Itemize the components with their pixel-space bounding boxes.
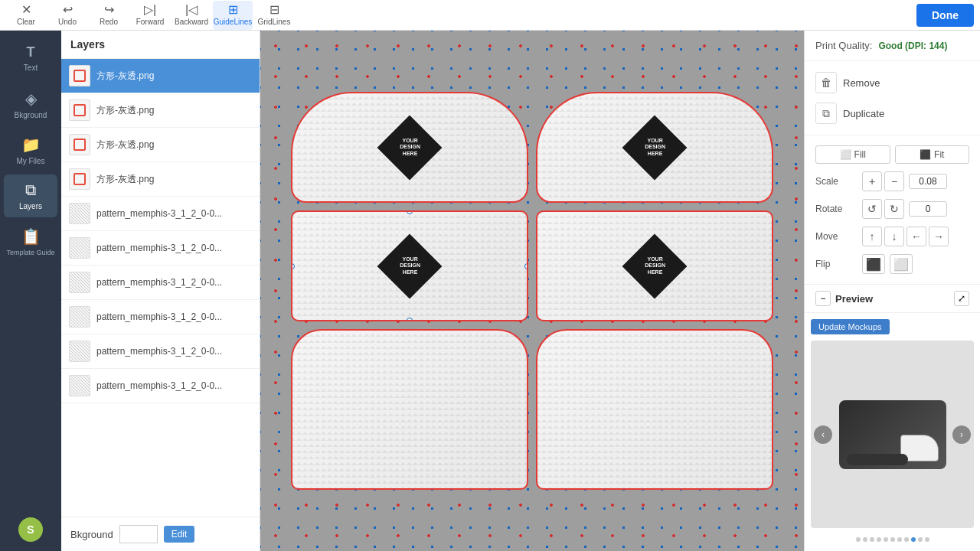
move-left-button[interactable]: ← (906, 227, 926, 246)
myfiles-icon: 📁 (21, 135, 41, 154)
forward-label: Forward (136, 18, 165, 26)
preview-dot[interactable] (904, 537, 909, 542)
layer-name: 方形-灰透.png (96, 139, 252, 152)
forward-icon: ▷| (144, 4, 156, 16)
preview-dot[interactable] (897, 537, 902, 542)
scale-decrease-button[interactable]: − (884, 171, 904, 191)
shoe-mid-left[interactable]: YOURDESIGNHERE (291, 210, 528, 321)
sidebar-item-text[interactable]: T Text (4, 37, 57, 80)
layer-item[interactable]: 方形-灰透.png (61, 128, 260, 162)
layer-thumb-pattern (70, 238, 90, 258)
layer-name: 方形-灰透.png (96, 104, 252, 117)
undo-button[interactable]: ↩ Undo (47, 1, 87, 30)
move-label: Move (815, 231, 858, 242)
layers-title: Layers (70, 38, 105, 51)
undo-icon: ↩ (63, 4, 73, 16)
bkground-icon: ◈ (25, 90, 37, 108)
flip-vertical-button[interactable]: ⬜ (890, 254, 913, 274)
fill-icon: ⬜ (840, 149, 851, 160)
sidebar-layers-label: Layers (19, 202, 42, 210)
shoe-mid-right[interactable]: YOURDESIGNHERE (536, 210, 773, 321)
preview-dot[interactable] (877, 537, 881, 542)
rotate-ccw-button[interactable]: ↺ (862, 199, 882, 219)
preview-dot[interactable] (918, 537, 923, 542)
sidebar-item-layers[interactable]: ⧉ Layers (4, 174, 57, 217)
layer-item[interactable]: pattern_memphis-3_1_2_0-0... (61, 197, 260, 231)
shopify-icon[interactable]: S (18, 517, 43, 542)
canvas-area[interactable]: YOURDESIGNHERE YOURDESIGNHERE YOURDESIGN… (260, 31, 804, 551)
sidebar-item-bkground[interactable]: ◈ Bkground (4, 83, 57, 126)
clear-button[interactable]: ✕ Clear (6, 1, 46, 30)
layer-item[interactable]: pattern_memphis-3_1_2_0-0... (61, 334, 260, 369)
preview-collapse-button[interactable]: − (815, 291, 831, 306)
backward-button[interactable]: |◁ Backward (172, 1, 211, 30)
remove-action[interactable]: 🗑 Remove (815, 67, 969, 98)
fit-label: Fit (934, 149, 944, 160)
layer-thumb (69, 168, 90, 190)
layer-item[interactable]: 方形-灰透.png (61, 162, 260, 197)
handle-top[interactable] (407, 210, 413, 214)
sidebar-item-myfiles[interactable]: 📁 My Files (4, 129, 57, 171)
move-down-button[interactable]: ↓ (884, 227, 904, 246)
preview-dot[interactable] (890, 537, 895, 542)
guidelines-button[interactable]: ⊞ GuideLines (213, 1, 253, 30)
layer-item[interactable]: pattern_memphis-3_1_2_0-0... (61, 300, 260, 334)
sidebar-bkground-label: Bkground (15, 111, 47, 119)
handle-bottom[interactable] (407, 318, 413, 321)
done-button[interactable]: Done (916, 4, 974, 27)
preview-dot[interactable] (856, 537, 861, 542)
layer-name: pattern_memphis-3_1_2_0-0... (96, 208, 252, 219)
handle-top-right[interactable] (524, 210, 528, 214)
main-content: T Text ◈ Bkground 📁 My Files ⧉ Layers 📋 … (0, 31, 980, 551)
layer-item[interactable]: 方形-灰透.png (61, 59, 260, 93)
scale-increase-button[interactable]: + (862, 171, 882, 191)
fit-button[interactable]: ⬛ Fit (895, 145, 970, 164)
flip-label: Flip (815, 259, 858, 269)
preview-dot[interactable] (863, 537, 867, 542)
handle-right[interactable] (524, 263, 528, 269)
gridlines-button[interactable]: ⊟ GridLines (254, 1, 294, 30)
preview-dot[interactable] (925, 537, 929, 542)
preview-dot[interactable] (870, 537, 874, 542)
preview-next-button[interactable]: › (952, 425, 971, 444)
handle-bottom-left[interactable] (291, 318, 295, 321)
update-mockups-button[interactable]: Update Mockups (811, 319, 890, 334)
design-text: YOURDESIGNHERE (400, 256, 420, 276)
preview-section: − Preview ⤢ Update Mockups ‹ › (805, 285, 980, 551)
rotate-cw-button[interactable]: ↻ (884, 199, 904, 219)
right-controls: ⬜ Fill ⬛ Fit Scale + − 0.08 Rotate (805, 135, 980, 285)
flip-horizontal-button[interactable]: ⬛ (862, 254, 885, 274)
layer-item[interactable]: pattern_memphis-3_1_2_0-0... (61, 369, 260, 403)
handle-left[interactable] (291, 263, 295, 269)
layer-item[interactable]: pattern_memphis-3_1_2_0-0... (61, 266, 260, 300)
text-icon: T (27, 44, 35, 60)
layers-footer: Bkground Edit (61, 517, 260, 551)
handle-top-left[interactable] (291, 210, 295, 214)
preview-dot[interactable] (884, 537, 888, 542)
sidebar-item-template-guide[interactable]: 📋 Template Guide (4, 220, 57, 263)
rotate-label: Rotate (815, 204, 858, 214)
forward-button[interactable]: ▷| Forward (130, 1, 170, 30)
layer-item[interactable]: 方形-灰透.png (61, 93, 260, 128)
move-right-button[interactable]: → (929, 227, 949, 246)
shoe-upper-right[interactable]: YOURDESIGNHERE (536, 92, 773, 203)
remove-label: Remove (843, 77, 880, 89)
layer-name: pattern_memphis-3_1_2_0-0... (96, 277, 252, 288)
redo-button[interactable]: ↪ Redo (89, 1, 129, 30)
shoe-upper-left[interactable]: YOURDESIGNHERE (291, 92, 528, 203)
preview-dot-active[interactable] (911, 537, 916, 542)
duplicate-icon: ⧉ (815, 103, 837, 124)
handle-bottom-right[interactable] (524, 318, 528, 321)
shoe-tongue-left[interactable] (291, 329, 528, 490)
fill-button[interactable]: ⬜ Fill (815, 145, 890, 164)
layer-item[interactable]: pattern_memphis-3_1_2_0-0... (61, 231, 260, 266)
move-up-button[interactable]: ↑ (862, 227, 882, 246)
design-diamond: YOURDESIGNHERE (622, 233, 688, 298)
duplicate-action[interactable]: ⧉ Duplicate (815, 98, 969, 129)
preview-prev-button[interactable]: ‹ (814, 425, 832, 444)
shoe-tongue-right[interactable] (536, 329, 773, 490)
edit-background-button[interactable]: Edit (164, 526, 195, 543)
background-color-picker[interactable] (119, 525, 158, 543)
design-diamond: YOURDESIGNHERE (622, 115, 688, 180)
preview-expand-button[interactable]: ⤢ (954, 291, 969, 306)
